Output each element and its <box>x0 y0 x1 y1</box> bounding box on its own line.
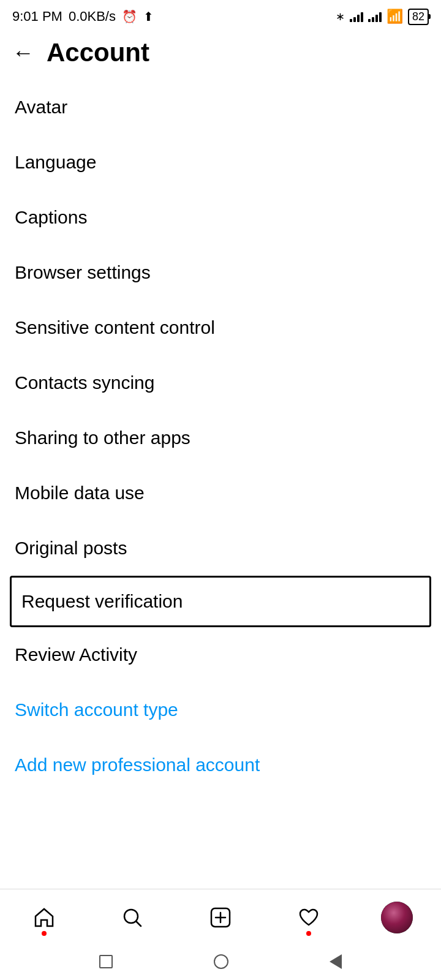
header: ← Account <box>0 32 441 80</box>
menu-item-sharing-apps[interactable]: Sharing to other apps <box>0 410 441 466</box>
home-icon <box>33 907 55 929</box>
add-icon <box>209 907 232 929</box>
menu-item-add-professional[interactable]: Add new professional account <box>0 737 441 793</box>
status-bar: 9:01 PM 0.0KB/s ⏰ ⬆ ∗ 📶 82 <box>0 0 441 32</box>
nav-home[interactable] <box>20 899 69 936</box>
svg-line-1 <box>136 921 141 926</box>
menu-item-switch-account-type[interactable]: Switch account type <box>0 682 441 737</box>
status-right: ∗ 📶 82 <box>336 9 429 25</box>
wifi-icon: 📶 <box>386 9 403 24</box>
recent-icon <box>99 955 113 968</box>
android-recent-button[interactable] <box>99 955 113 968</box>
bottom-nav <box>0 889 441 943</box>
menu-item-language[interactable]: Language <box>0 135 441 190</box>
menu-item-original-posts[interactable]: Original posts <box>0 521 441 576</box>
android-home-icon <box>214 954 228 969</box>
menu-item-browser-settings[interactable]: Browser settings <box>0 245 441 300</box>
alarm-icon: ⏰ <box>122 9 137 24</box>
menu-item-contacts-syncing[interactable]: Contacts syncing <box>0 355 441 410</box>
nav-search[interactable] <box>108 899 157 936</box>
upload-icon: ⬆ <box>143 9 154 24</box>
bluetooth-icon: ∗ <box>336 10 345 23</box>
menu-item-review-activity[interactable]: Review Activity <box>0 627 441 682</box>
nav-profile[interactable] <box>372 899 421 936</box>
menu-list: AvatarLanguageCaptionsBrowser settingsSe… <box>0 80 441 793</box>
menu-item-captions[interactable]: Captions <box>0 190 441 245</box>
menu-item-sensitive-content[interactable]: Sensitive content control <box>0 300 441 355</box>
profile-avatar <box>381 902 413 933</box>
battery-indicator: 82 <box>408 9 429 25</box>
signal-icon-2 <box>368 11 382 22</box>
search-icon <box>121 907 143 929</box>
android-nav-bar <box>0 943 441 980</box>
back-button[interactable]: ← <box>12 42 34 64</box>
home-notification-dot <box>42 931 47 936</box>
android-back-icon <box>330 954 342 969</box>
status-left: 9:01 PM 0.0KB/s ⏰ ⬆ <box>12 9 154 24</box>
activity-notification-dot <box>306 931 311 936</box>
android-home-button[interactable] <box>214 954 228 969</box>
heart-icon <box>298 907 320 929</box>
data-speed: 0.0KB/s <box>69 9 116 24</box>
menu-item-avatar[interactable]: Avatar <box>0 80 441 135</box>
android-back-button[interactable] <box>330 954 342 969</box>
time: 9:01 PM <box>12 9 62 24</box>
nav-add[interactable] <box>196 899 245 936</box>
menu-item-request-verification[interactable]: Request verification <box>10 576 431 627</box>
page-title: Account <box>47 38 149 67</box>
signal-icon-1 <box>350 11 363 22</box>
nav-activity[interactable] <box>284 899 333 936</box>
menu-item-mobile-data[interactable]: Mobile data use <box>0 466 441 521</box>
